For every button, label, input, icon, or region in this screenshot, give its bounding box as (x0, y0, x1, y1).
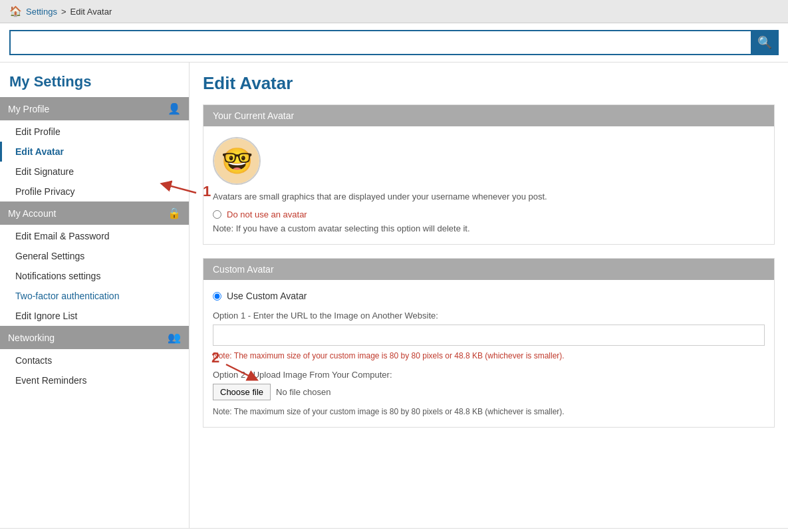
breadcrumb-current: Edit Avatar (70, 7, 112, 17)
sidebar-item-profile-privacy[interactable]: Profile Privacy (0, 182, 189, 201)
profile-icon: 👤 (168, 102, 181, 115)
networking-icon: 👥 (168, 331, 181, 344)
custom-avatar-body: Use Custom Avatar Option 1 - Enter the U… (203, 280, 774, 427)
sidebar-section-account-label: My Account (8, 208, 56, 219)
upload-note-max: Note: The maximum size of your custom im… (213, 407, 765, 416)
sidebar-section-networking-label: Networking (8, 332, 55, 343)
sidebar-item-notifications[interactable]: Notifications settings (0, 266, 189, 286)
current-avatar-section: Your Current Avatar 🤓 Avatars are small … (203, 104, 775, 245)
breadcrumb: 🏠 Settings > Edit Avatar (0, 0, 788, 23)
search-bar: 🔍 (0, 23, 788, 63)
page-title: Edit Avatar (203, 73, 775, 94)
use-custom-option: Use Custom Avatar (213, 291, 765, 301)
avatar-description: Avatars are small graphics that are disp… (213, 192, 765, 201)
breadcrumb-separator: > (61, 7, 66, 17)
no-avatar-label[interactable]: Do not use an avatar (227, 209, 307, 219)
use-custom-radio[interactable] (213, 292, 221, 301)
sidebar-item-event-reminders[interactable]: Event Reminders (0, 370, 189, 390)
search-button[interactable]: 🔍 (751, 30, 779, 55)
use-custom-label[interactable]: Use Custom Avatar (227, 291, 307, 301)
url-note-max: Note: The maximum size of your custom im… (213, 351, 765, 360)
bottom-bar: 3 Save Changes Reset Fields (0, 528, 788, 532)
option2-label: Option 2 - Upload Image From Your Comput… (213, 370, 765, 380)
main-layout: My Settings My Profile 👤 Edit Profile Ed… (0, 63, 788, 528)
sidebar-section-my-profile: My Profile 👤 (0, 97, 189, 120)
sidebar-section-networking: Networking 👥 (0, 326, 189, 349)
custom-avatar-header: Custom Avatar (203, 259, 774, 280)
custom-avatar-section: Custom Avatar Use Custom Avatar Option 1… (203, 258, 775, 428)
sidebar-section-label: My Profile (8, 104, 49, 114)
lock-icon: 🔒 (168, 207, 181, 219)
sidebar-item-edit-email[interactable]: Edit Email & Password (0, 226, 189, 246)
avatar-face: 🤓 (214, 138, 259, 184)
sidebar-item-ignore-list[interactable]: Edit Ignore List (0, 306, 189, 326)
sidebar-item-contacts[interactable]: Contacts (0, 350, 189, 370)
current-avatar-body: 🤓 Avatars are small graphics that are di… (203, 126, 774, 244)
sidebar-title: My Settings (0, 63, 189, 97)
current-avatar-header: Your Current Avatar (203, 105, 774, 126)
home-icon: 🏠 (9, 5, 22, 17)
sidebar-item-two-factor[interactable]: Two-factor authentication (0, 286, 189, 306)
no-avatar-radio[interactable] (213, 210, 221, 219)
no-avatar-note: Note: If you have a custom avatar select… (213, 223, 765, 233)
sidebar: My Settings My Profile 👤 Edit Profile Ed… (0, 63, 190, 528)
no-file-text: No file chosen (276, 387, 330, 397)
content-area: Edit Avatar Your Current Avatar 🤓 Avatar… (190, 63, 788, 528)
choose-file-button[interactable]: Choose file (213, 384, 271, 400)
avatar-image: 🤓 (213, 137, 261, 185)
no-avatar-option: Do not use an avatar (213, 209, 765, 219)
sidebar-item-general-settings[interactable]: General Settings (0, 246, 189, 266)
search-input[interactable] (9, 30, 751, 55)
breadcrumb-settings[interactable]: Settings (26, 7, 57, 17)
sidebar-item-edit-signature[interactable]: Edit Signature (0, 162, 189, 182)
sidebar-section-my-account: My Account 🔒 (0, 201, 189, 225)
option1-label: Option 1 - Enter the URL to the Image on… (213, 311, 765, 321)
sidebar-item-edit-avatar[interactable]: Edit Avatar (0, 142, 189, 162)
url-input[interactable] (213, 325, 765, 346)
sidebar-item-edit-profile[interactable]: Edit Profile (0, 122, 189, 142)
upload-row: Choose file No file chosen (213, 384, 765, 400)
